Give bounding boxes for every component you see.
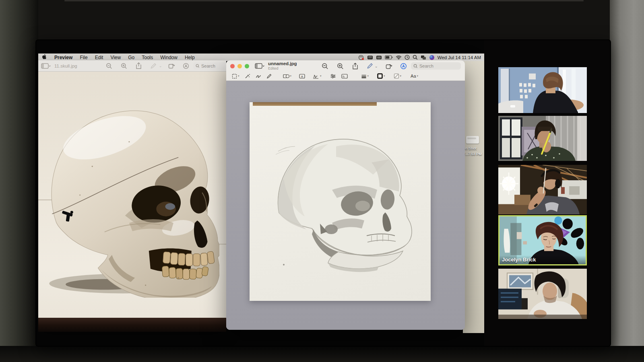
window-switcher-icon[interactable] [421,55,426,60]
window-edited-status: Edited [268,67,297,70]
menu-item-go[interactable]: Go [124,55,138,60]
participant-1-video [498,67,587,113]
fill-color-tool[interactable]: ▾ [391,72,404,80]
markup-pen-menu-icon[interactable]: ⌄ [375,64,378,68]
photo-dark-table-band [38,318,226,332]
menu-item-help[interactable]: Help [181,55,198,60]
video-call-panel: Jocelyn Brick [484,40,610,346]
rotate-icon[interactable] [386,63,392,69]
display-icon[interactable] [376,55,382,60]
menu-item-window[interactable]: Window [157,55,181,60]
clock-icon[interactable] [405,55,410,60]
search-icon [413,64,418,68]
preview-window-drawing: unnamed.jpg Edited ⌄ [226,60,465,330]
border-color-tool[interactable]: ▾ [375,72,388,80]
menu-item-tools[interactable]: Tools [138,55,157,60]
markup-toolbar: ▾ ▾ A ▾ [226,72,465,80]
instant-alpha-tool[interactable] [242,72,253,80]
zoom-in-icon[interactable] [121,63,127,69]
rotate-icon[interactable] [168,63,175,69]
search-icon [196,64,200,68]
skull-sketch-drawing [272,130,423,275]
search-field[interactable]: Search [411,62,461,70]
keyboard-icon[interactable] [367,55,373,60]
shape-style-tool[interactable]: ▾ [359,72,372,80]
video-tile-participant-2[interactable] [498,116,587,161]
skull-photo-image [38,72,226,332]
video-tile-participant-1[interactable] [498,67,587,113]
room-background-left [0,0,38,362]
paper-top-table-sliver [253,102,377,106]
search-field[interactable]: Search [193,62,226,70]
menu-item-file[interactable]: File [76,55,91,60]
spotlight-icon[interactable] [413,55,418,60]
laptop-lid-edge [64,0,584,1]
draw-tool[interactable] [264,72,275,80]
window-titlebar[interactable]: 11.skull.jpg ⌄ [38,60,226,72]
minimize-button[interactable] [237,64,242,68]
window-title: unnamed.jpg [268,62,297,66]
video-tile-participant-3[interactable] [498,165,587,214]
preview-window-skull-photo: 11.skull.jpg ⌄ [38,60,226,332]
apple-menu[interactable] [38,54,51,61]
recording-app-icon[interactable] [358,55,364,60]
screenshot-file-icon[interactable] [466,136,479,144]
text-style-tool[interactable]: Aa▾ [408,72,421,80]
screenshot-file-label-line2[interactable]: 07...7.53 PM [461,152,486,156]
shapes-tool[interactable]: ▾ [281,72,294,80]
skull-photo-subject [43,93,219,298]
search-placeholder: Search [201,64,215,68]
drawing-paper [250,102,431,301]
search-placeholder: Search [419,64,433,68]
markup-pen-icon[interactable] [367,63,373,69]
zoom-out-icon[interactable] [322,63,328,70]
zoom-in-icon[interactable] [337,63,344,70]
close-button[interactable] [230,64,235,68]
fullscreen-button[interactable] [245,64,249,68]
menu-item-preview[interactable]: Preview [51,55,76,60]
siri-icon[interactable] [429,55,435,60]
window-header: unnamed.jpg Edited ⌄ [226,60,465,81]
screenshot-file-thumbnail [467,138,476,139]
screenshot-file-label-line1[interactable]: een Shot [461,146,486,150]
active-speaker-name: Jocelyn Brick [500,255,586,264]
menu-bar-clock[interactable]: Wed Jul 14 11:14 AM [438,55,481,60]
room-background-right [610,0,644,362]
video-tile-participant-5[interactable] [498,269,587,319]
laptop-screen: Preview File Edit View Go Tools Window H… [36,40,610,346]
participant-3-video [498,165,587,214]
wifi-icon[interactable] [396,55,402,60]
text-tool[interactable]: A [297,72,308,80]
annotate-icon[interactable] [400,63,407,70]
zoom-out-icon[interactable] [106,63,112,69]
markup-pen-icon[interactable] [150,63,157,69]
sidebar-toggle-icon[interactable] [41,63,51,69]
selection-tool[interactable]: ▾ [229,72,242,80]
participant-2-video [498,116,587,161]
battery-icon[interactable] [385,55,393,60]
window-titlebar[interactable]: unnamed.jpg Edited ⌄ [226,60,465,72]
text-style-label: Aa [411,74,416,78]
annotate-icon[interactable] [183,63,189,69]
share-icon[interactable] [352,63,358,70]
apple-logo-icon [42,54,47,60]
sketch-tool[interactable] [253,72,264,80]
sign-tool[interactable]: ▾ [310,72,324,80]
image-description-tool[interactable] [339,72,350,80]
share-icon[interactable] [136,62,142,69]
drawing-canvas-area [226,81,465,330]
sidebar-toggle-icon[interactable] [255,63,264,69]
menu-item-edit[interactable]: Edit [91,55,107,60]
window-title: 11.skull.jpg [54,64,77,68]
participant-5-video [498,269,587,319]
video-tile-participant-4[interactable]: Jocelyn Brick [498,215,587,265]
adjust-tool[interactable] [328,72,339,80]
desk-surface [0,346,644,362]
markup-pen-menu-icon[interactable]: ⌄ [159,64,162,68]
desktop-wallpaper: een Shot 07...7.53 PM [463,61,484,333]
svg-text:A: A [301,74,303,78]
menu-item-view[interactable]: View [107,55,124,60]
